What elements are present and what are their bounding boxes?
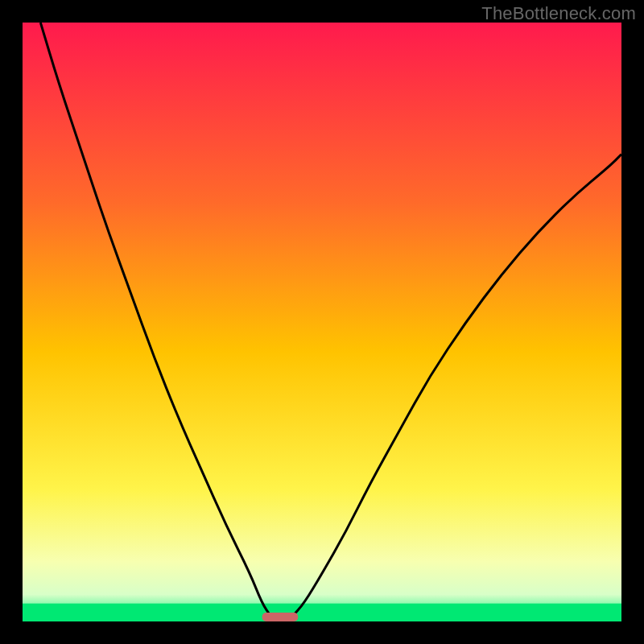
watermark-text: TheBottleneck.com — [481, 3, 636, 24]
chart-frame — [23, 23, 621, 621]
bottleneck-chart — [23, 23, 621, 621]
optimum-marker — [262, 613, 299, 621]
green-baseline-band — [23, 604, 621, 621]
gradient-background — [23, 23, 621, 621]
